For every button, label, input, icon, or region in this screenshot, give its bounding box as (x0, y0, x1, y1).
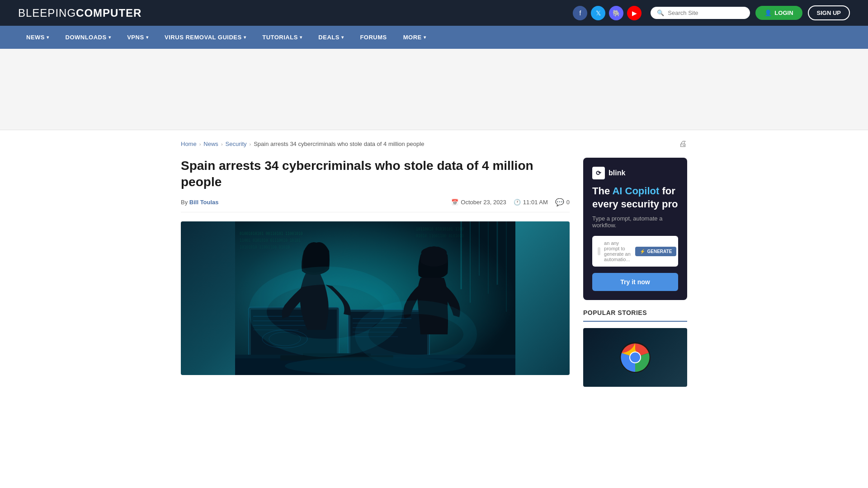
article-sidebar: ⟳ blink The AI Copilot for every securit… (583, 158, 687, 387)
breadcrumb-sep-2: › (221, 141, 223, 147)
search-bar: 🔍 (651, 7, 750, 19)
svg-text:01010 11001100 0101010: 01010 11001100 0101010 (416, 234, 464, 238)
author-prefix: By (181, 199, 188, 206)
article-time: 11:01 AM (523, 199, 548, 206)
nav-vpns[interactable]: VPNS▾ (119, 26, 156, 49)
nav-news-caret: ▾ (47, 35, 49, 40)
nav-virus-caret: ▾ (244, 35, 246, 40)
article-image: 01001010101 00110101 11001010 11001 0101… (181, 221, 570, 375)
date-meta: 📅 October 23, 2023 (451, 199, 506, 206)
article-title: Spain arrests 34 cybercriminals who stol… (181, 158, 570, 191)
facebook-icon[interactable]: f (573, 6, 587, 20)
breadcrumb-security[interactable]: Security (226, 141, 247, 147)
article-main: Spain arrests 34 cybercriminals who stol… (181, 158, 570, 387)
nav-forums[interactable]: FORUMS (352, 26, 395, 49)
author-info: By Bill Toulas (181, 199, 219, 206)
author-link[interactable]: Bill Toulas (189, 199, 219, 206)
breadcrumb: Home › News › Security › Spain arrests 3… (181, 139, 687, 149)
popular-stories: POPULAR STORIES (583, 309, 687, 387)
svg-text:10101010 11001100 01010: 10101010 11001100 01010 (240, 245, 290, 249)
time-meta: 🕐 11:01 AM (514, 199, 548, 206)
ad-banner (0, 49, 868, 130)
ad-headline: The AI Copilot for every security pro (592, 185, 678, 211)
blink-ad: ⟳ blink The AI Copilot for every securit… (583, 158, 687, 300)
ad-generate-button[interactable]: ⚡ GENERATE (635, 247, 676, 256)
social-icons: f 𝕏 🐘 ▶ (573, 6, 642, 20)
breadcrumb-current: Spain arrests 34 cybercriminals who stol… (254, 141, 424, 147)
twitter-icon[interactable]: 𝕏 (591, 6, 605, 20)
chrome-image (583, 328, 687, 387)
mastodon-icon[interactable]: 🐘 (609, 6, 623, 20)
nav-deals-caret: ▾ (341, 35, 344, 40)
site-header: BLEEPINGCOMPUTER f 𝕏 🐘 ▶ 🔍 👤 LOGIN SIGN … (0, 0, 868, 26)
clock-icon: 🕐 (514, 199, 521, 206)
svg-point-36 (285, 357, 466, 375)
popular-story-image[interactable] (583, 328, 687, 387)
article-meta: By Bill Toulas 📅 October 23, 2023 🕐 11:0… (181, 198, 570, 212)
ad-input-icon (598, 247, 600, 255)
svg-text:01001010101 00110101 11001010: 01001010101 00110101 11001010 (240, 232, 303, 236)
hacker-scene-svg: 01001010101 00110101 11001010 11001 0101… (181, 221, 570, 375)
popular-stories-title: POPULAR STORIES (583, 309, 687, 322)
calendar-icon: 📅 (451, 199, 458, 206)
login-label: LOGIN (774, 9, 793, 16)
meta-right: 📅 October 23, 2023 🕐 11:01 AM 💬 0 (451, 198, 570, 206)
generate-icon: ⚡ (640, 249, 645, 254)
ad-input-mock: an any prompt to generate an automatio..… (592, 236, 678, 267)
comment-number: 0 (566, 199, 570, 206)
signup-button[interactable]: SIGN UP (808, 5, 850, 20)
youtube-icon[interactable]: ▶ (627, 6, 642, 20)
try-it-now-button[interactable]: Try it now (592, 273, 678, 291)
login-button[interactable]: 👤 LOGIN (755, 6, 802, 20)
search-icon: 🔍 (657, 9, 664, 16)
svg-text:10110010 01010101 1100: 10110010 01010101 1100 (416, 227, 464, 231)
nav-downloads[interactable]: DOWNLOADS▾ (57, 26, 119, 49)
svg-text:11001 0101010 01110010 10101: 11001 0101010 01110010 10101 (240, 239, 301, 243)
chrome-logo-svg (619, 342, 651, 373)
print-icon[interactable]: 🖨 (679, 139, 687, 149)
search-input[interactable] (668, 9, 744, 16)
nav-tutorials[interactable]: TUTORIALS▾ (254, 26, 310, 49)
main-nav: NEWS▾ DOWNLOADS▾ VPNS▾ VIRUS REMOVAL GUI… (0, 26, 868, 49)
breadcrumb-left: Home › News › Security › Spain arrests 3… (181, 141, 424, 147)
blink-name: blink (609, 169, 625, 177)
ad-input-left: an any prompt to generate an automatio..… (598, 240, 635, 262)
nav-news[interactable]: NEWS▾ (18, 26, 57, 49)
breadcrumb-sep-1: › (199, 141, 201, 147)
header-right: f 𝕏 🐘 ▶ 🔍 👤 LOGIN SIGN UP (573, 5, 850, 20)
ad-input-placeholder: an any prompt to generate an automatio..… (604, 240, 635, 262)
svg-point-39 (630, 352, 640, 362)
blink-logo: ⟳ blink (592, 167, 678, 179)
user-icon: 👤 (764, 9, 772, 16)
nav-deals[interactable]: DEALS▾ (310, 26, 352, 49)
breadcrumb-news[interactable]: News (203, 141, 218, 147)
site-logo[interactable]: BLEEPINGCOMPUTER (18, 7, 142, 19)
breadcrumb-sep-3: › (250, 141, 251, 147)
nav-virus-removal[interactable]: VIRUS REMOVAL GUIDES▾ (156, 26, 254, 49)
breadcrumb-home[interactable]: Home (181, 141, 197, 147)
generate-label: GENERATE (647, 249, 672, 254)
ad-subtext: Type a prompt, automate a workflow. (592, 215, 678, 229)
blink-icon: ⟳ (592, 167, 605, 179)
comment-count[interactable]: 💬 0 (555, 198, 570, 206)
article-layout: Spain arrests 34 cybercriminals who stol… (181, 158, 687, 387)
nav-tutorials-caret: ▾ (300, 35, 302, 40)
nav-more[interactable]: MORE▾ (395, 26, 434, 49)
nav-more-caret: ▾ (424, 35, 426, 40)
nav-vpns-caret: ▾ (146, 35, 149, 40)
logo-bold: COMPUTER (76, 7, 142, 19)
content-wrapper: Home › News › Security › Spain arrests 3… (163, 130, 705, 396)
comment-icon: 💬 (555, 198, 564, 206)
logo-light: BLEEPING (18, 7, 76, 19)
article-date: October 23, 2023 (461, 199, 506, 206)
nav-downloads-caret: ▾ (108, 35, 111, 40)
